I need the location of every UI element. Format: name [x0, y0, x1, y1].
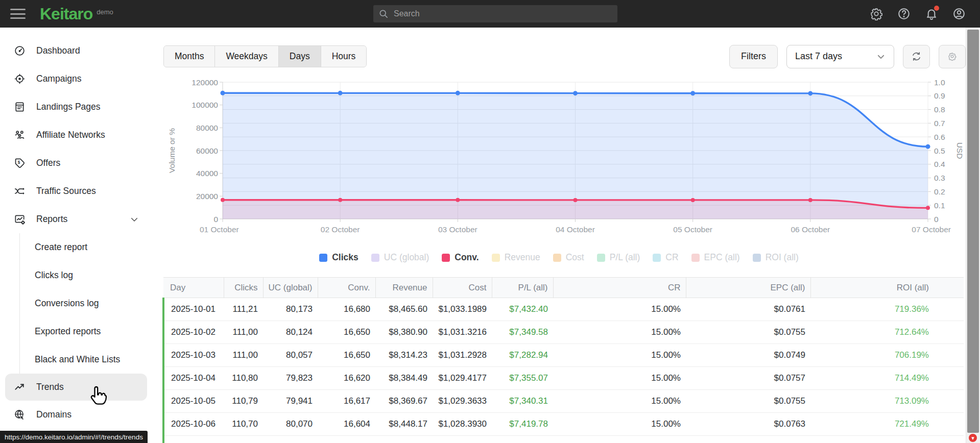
search-box[interactable]	[373, 5, 617, 22]
search-icon	[378, 9, 389, 19]
table-row[interactable]: 2025-10-06110,7080,07016,604$8,448.17$1,…	[163, 413, 964, 436]
trends-table: DayClicksUC (global)Conv.RevenueCostP/L …	[162, 277, 964, 443]
cell-epc-all: $0.0763	[686, 413, 810, 436]
search-input[interactable]	[394, 9, 612, 18]
tab-weekdays[interactable]: Weekdays	[215, 46, 278, 67]
topbar: Keitaro demo	[0, 0, 980, 28]
col-header-p-l-all[interactable]: P/L (all)	[492, 278, 553, 298]
refresh-button[interactable]	[903, 45, 930, 68]
tab-months[interactable]: Months	[164, 46, 215, 67]
tab-days[interactable]: Days	[279, 46, 321, 67]
col-header-uc-global[interactable]: UC (global)	[263, 278, 318, 298]
affiliate-networks-icon	[14, 129, 26, 141]
svg-text:40000: 40000	[196, 169, 218, 178]
trends-chart[interactable]: 00.10.20.30.40.50.60.70.80.91.001 Octobe…	[152, 76, 966, 247]
legend-item-p-l-all[interactable]: P/L (all)	[597, 252, 640, 263]
cell-conv: 16,650	[318, 321, 375, 344]
tab-hours[interactable]: Hours	[321, 46, 367, 67]
svg-text:0.6: 0.6	[934, 133, 945, 141]
sidebar-item-dashboard[interactable]: Dashboard	[0, 37, 152, 65]
cell-uc-global: 79,823	[263, 367, 318, 390]
legend-item-roi-all[interactable]: ROI (all)	[753, 252, 799, 263]
svg-text:0.7: 0.7	[934, 119, 945, 128]
col-header-clicks[interactable]: Clicks	[224, 278, 263, 298]
sidebar-item-landings-pages[interactable]: Landings Pages	[0, 93, 152, 121]
sidebar-item-exported-reports[interactable]: Exported reports	[0, 317, 152, 346]
col-header-conv[interactable]: Conv.	[318, 278, 375, 298]
svg-text:0.5: 0.5	[934, 146, 945, 155]
scrollbar-thumb[interactable]	[967, 30, 979, 433]
cell-clicks: 16,12	[224, 436, 263, 443]
legend-swatch	[691, 254, 700, 262]
sidebar-item-affiliate-networks[interactable]: Affiliate Networks	[0, 121, 152, 149]
legend-item-conv[interactable]: Conv.	[442, 252, 479, 263]
table-row[interactable]: 2025-10-0716,1211,4572,419$1,202.34$597.…	[163, 436, 964, 443]
legend-swatch	[553, 254, 561, 262]
cell-roi-all: 706.19%	[810, 344, 964, 367]
table-row[interactable]: 2025-10-04110,8079,82316,620$8,384.49$1,…	[163, 367, 964, 390]
cell-cr: 15.00%	[553, 298, 686, 321]
col-header-epc-all[interactable]: EPC (all)	[686, 278, 810, 298]
table-row[interactable]: 2025-10-01111,2180,17316,680$8,465.60$1,…	[163, 298, 964, 321]
svg-text:$: $	[18, 160, 20, 165]
cell-uc-global: 11,457	[263, 436, 318, 443]
legend-item-cost[interactable]: Cost	[553, 252, 584, 263]
sidebar-item-clicks-log[interactable]: Clicks log	[0, 261, 152, 289]
sidebar-item-label: Offers	[36, 158, 60, 168]
svg-text:03 October: 03 October	[438, 225, 477, 234]
table-row[interactable]: 2025-10-02111,0080,12416,650$8,380.90$1,…	[163, 321, 964, 344]
legend-swatch	[753, 254, 761, 262]
cell-day: 2025-10-01	[163, 298, 224, 321]
date-range-select[interactable]: Last 7 days	[786, 45, 894, 68]
sidebar-item-black-and-white-lists[interactable]: Black and White Lists	[0, 346, 152, 374]
svg-text:60000: 60000	[196, 146, 218, 155]
sidebar-item-traffic-sources[interactable]: Traffic Sources	[0, 177, 152, 205]
col-header-day[interactable]: Day	[163, 278, 224, 298]
scroll-notification-badge: ▾	[969, 434, 977, 442]
legend-item-revenue[interactable]: Revenue	[492, 252, 540, 263]
sidebar-item-conversions-log[interactable]: Conversions log	[0, 289, 152, 317]
sidebar-item-create-report[interactable]: Create report	[0, 233, 152, 261]
keitaro-logo[interactable]: Keitaro	[40, 5, 92, 23]
legend-label: UC (global)	[384, 252, 429, 263]
settings-icon[interactable]	[870, 7, 883, 20]
legend-item-clicks[interactable]: Clicks	[319, 252, 358, 263]
table-row[interactable]: 2025-10-05110,7979,94116,617$8,369.67$1,…	[163, 390, 964, 413]
cell-day: 2025-10-07	[163, 436, 224, 443]
col-header-cost[interactable]: Cost	[433, 278, 492, 298]
help-icon[interactable]	[897, 7, 911, 20]
account-icon[interactable]	[952, 7, 966, 20]
legend-label: Clicks	[332, 252, 358, 263]
svg-text:0: 0	[934, 215, 939, 224]
sidebar-item-reports[interactable]: Reports	[0, 205, 152, 233]
sidebar-item-label: Create report	[35, 242, 87, 253]
cell-conv: 2,419	[318, 436, 375, 443]
legend-swatch	[492, 254, 500, 262]
legend-item-cr[interactable]: CR	[653, 252, 678, 263]
date-range-value: Last 7 days	[795, 51, 842, 62]
cell-epc-all: $0.0761	[686, 298, 810, 321]
col-header-revenue[interactable]: Revenue	[375, 278, 433, 298]
svg-text:0.3: 0.3	[934, 174, 945, 182]
notifications-icon[interactable]	[925, 7, 938, 20]
svg-text:05 October: 05 October	[673, 225, 712, 234]
chart-settings-button[interactable]	[939, 45, 966, 68]
col-header-cr[interactable]: CR	[553, 278, 686, 298]
sidebar-item-offers[interactable]: $Offers	[0, 149, 152, 177]
cell-cost: $1,031.3216	[433, 321, 492, 344]
menu-icon[interactable]	[10, 9, 26, 19]
sidebar-item-campaigns[interactable]: Campaigns	[0, 65, 152, 93]
sidebar-item-domains[interactable]: Domains	[0, 401, 152, 429]
sidebar-item-label: Domains	[36, 409, 71, 420]
sidebar-item-trends[interactable]: Trends	[5, 374, 147, 401]
chart-legend: ClicksUC (global)Conv.RevenueCostP/L (al…	[152, 252, 966, 263]
status-url: https://demo.keitaro.io/admin/#!/trends/…	[5, 433, 143, 441]
page-scrollbar[interactable]: ▾	[966, 28, 980, 443]
svg-text:20000: 20000	[196, 192, 218, 201]
filters-button[interactable]: Filters	[729, 45, 778, 68]
legend-item-epc-all[interactable]: EPC (all)	[691, 252, 740, 263]
col-header-roi-all[interactable]: ROI (all)	[810, 278, 964, 298]
main-content: MonthsWeekdaysDaysHours Filters Last 7 d…	[152, 28, 966, 443]
legend-item-uc-global[interactable]: UC (global)	[371, 252, 429, 263]
table-row[interactable]: 2025-10-03111,0080,05716,650$8,314.23$1,…	[163, 344, 964, 367]
